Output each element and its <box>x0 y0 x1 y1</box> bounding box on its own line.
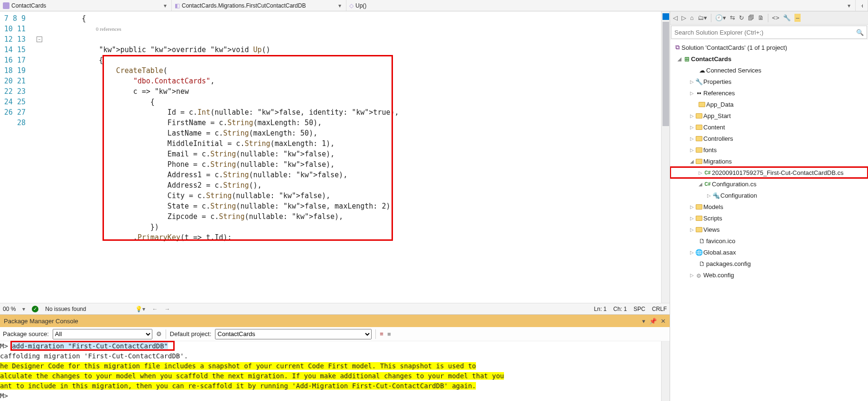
se-search-input[interactable] <box>674 29 856 36</box>
col-indicator: Ch: 1 <box>613 306 627 312</box>
type-label: ContactCards.Migrations.FirstCutContactC… <box>182 2 306 9</box>
status-ok-icon: ✓ <box>32 306 38 312</box>
package-manager-console: Package Manager Console ▾ 📌 ✕ Package so… <box>0 314 670 401</box>
chevron-down-icon: ▾ <box>162 2 168 9</box>
home-icon[interactable]: ⌂ <box>690 14 694 21</box>
tree-item-migration-file[interactable]: ▷C#202009101759275_First-Cut-ContactCard… <box>670 167 868 178</box>
history-icon[interactable]: 🕘▾ <box>715 14 726 21</box>
code-icon[interactable]: <> <box>772 14 779 21</box>
tree-item-fonts[interactable]: ▷fonts <box>670 144 868 155</box>
tree-item-controllers[interactable]: ▷Controllers <box>670 133 868 144</box>
tree-item-views[interactable]: ▷Views <box>670 224 868 235</box>
config-icon <box>696 272 702 278</box>
folder-icon <box>696 227 702 232</box>
pmc-scrollbar[interactable] <box>661 341 670 401</box>
type-dropdown[interactable]: ◧ ContactCards.Migrations.FirstCutContac… <box>172 0 346 11</box>
fold-gutter[interactable]: − <box>34 11 45 303</box>
spaces-indicator[interactable]: SPC <box>634 306 645 312</box>
wrench-icon: 🔧 <box>695 78 703 85</box>
class-icon: 🔩 <box>712 192 720 199</box>
gear-icon[interactable]: ⚙ <box>156 330 162 337</box>
pmc-command: add-migration "First-Cut-ContactCardDB" <box>12 342 168 350</box>
asax-icon: 🌐 <box>695 249 703 256</box>
tree-item-favicon[interactable]: 🗋favicon.ico <box>670 235 868 246</box>
forward-icon[interactable]: ▷ <box>681 14 686 21</box>
navigation-bar: ContactCards ▾ ◧ ContactCards.Migrations… <box>0 0 868 11</box>
references-icon: ▪▪ <box>695 90 703 97</box>
pmc-titlebar[interactable]: Package Manager Console ▾ 📌 ✕ <box>0 315 670 327</box>
project-node[interactable]: ◢⊞ContactCards <box>670 53 868 64</box>
def-proj-label: Default project: <box>170 330 211 337</box>
scope-label: ContactCards <box>11 2 46 9</box>
chevron-down-icon: ▾ <box>336 2 343 9</box>
search-icon[interactable]: 🔍 <box>856 29 864 36</box>
solution-icon: ⧉ <box>673 44 681 51</box>
se-toolbar: ◁ ▷ ⌂ 🗂▾ 🕘▾ ⇆ ↻ 🗐 🗎 <> 🔧 – <box>670 11 868 25</box>
member-label: Up() <box>355 2 366 9</box>
tree-item-webconfig[interactable]: ▷Web.config <box>670 269 868 281</box>
pkg-src-select[interactable]: All <box>53 329 152 339</box>
pmc-title-text: Package Manager Console <box>4 318 78 325</box>
solution-node[interactable]: ⧉Solution 'ContactCards' (1 of 1 project… <box>670 42 868 53</box>
expand-icon[interactable]: ◢ <box>677 56 682 62</box>
close-icon[interactable]: ✕ <box>661 318 666 325</box>
split-button[interactable]: ⫞ <box>856 0 868 11</box>
pin-icon[interactable]: 📌 <box>649 318 657 325</box>
cloud-icon: ☁ <box>698 67 706 74</box>
showall-icon[interactable]: 🗐 <box>748 14 754 21</box>
nav-prev-icon[interactable]: ← <box>152 306 158 312</box>
tree-item-appstart[interactable]: ▷App_Start <box>670 110 868 121</box>
issues-text: No issues found <box>45 306 86 312</box>
fold-toggle[interactable]: − <box>37 36 42 42</box>
tree-item-configuration-cs[interactable]: ◢C#Configuration.cs <box>670 178 868 190</box>
refresh-icon[interactable]: ↻ <box>739 14 744 21</box>
def-proj-select[interactable]: ContactCards <box>215 329 372 339</box>
folder-icon <box>696 216 702 221</box>
pmc-output[interactable]: M> add-migration "First-Cut-ContactCardD… <box>0 341 670 401</box>
code-content[interactable]: { 0 references "kw">public "kw">override… <box>45 11 661 303</box>
folder-icon <box>696 113 702 118</box>
vertical-scrollbar[interactable] <box>661 11 670 303</box>
solution-tree[interactable]: ⧉Solution 'ContactCards' (1 of 1 project… <box>670 40 868 401</box>
editor-statusbar: 00 % ▾ ✓ No issues found 💡▾ ← → Ln: 1 Ch… <box>0 303 670 314</box>
folder-icon <box>699 102 705 107</box>
props-icon[interactable]: – <box>794 14 801 22</box>
lightbulb-icon[interactable]: 💡▾ <box>135 306 145 312</box>
tree-item-references[interactable]: ▷▪▪References <box>670 87 868 99</box>
tree-item-global-asax[interactable]: ▷🌐Global.asax <box>670 246 868 258</box>
file-icon: 🗋 <box>698 237 706 245</box>
wrench-icon[interactable]: 🔧 <box>783 14 791 21</box>
tree-item-properties[interactable]: ▷🔧Properties <box>670 76 868 87</box>
folder-icon <box>696 136 702 141</box>
tree-item-models[interactable]: ▷Models <box>670 201 868 212</box>
folder-icon <box>696 159 702 164</box>
csharp-file-icon: C# <box>703 170 712 175</box>
scope-dropdown[interactable]: ContactCards ▾ <box>0 0 172 11</box>
member-dropdown[interactable]: ◇ Up() ▾ <box>346 0 856 11</box>
se-search[interactable]: 🔍 <box>671 26 867 39</box>
code-editor[interactable]: 7 8 9 10 11 12 13 14 15 16 17 18 19 20 2… <box>0 11 670 303</box>
csharp-icon <box>3 2 9 9</box>
nav-next-icon[interactable]: → <box>164 306 170 312</box>
tree-item-scripts[interactable]: ▷Scripts <box>670 212 868 224</box>
copy-icon[interactable]: 🗎 <box>758 14 764 21</box>
stop-icon[interactable]: ■ <box>387 330 391 337</box>
zoom-level[interactable]: 00 % <box>3 306 16 312</box>
folder-icon <box>696 147 702 153</box>
tree-item-configuration-class[interactable]: ▷🔩Configuration <box>670 190 868 201</box>
collapse-icon[interactable]: ⇆ <box>730 14 735 21</box>
back-icon[interactable]: ◁ <box>673 14 678 21</box>
sync-icon[interactable]: 🗂▾ <box>698 14 707 21</box>
folder-icon <box>696 125 702 130</box>
line-number-gutter: 7 8 9 10 11 12 13 14 15 16 17 18 19 20 2… <box>0 11 34 303</box>
lineending-indicator[interactable]: CRLF <box>652 306 667 312</box>
config-icon: 🗋 <box>698 260 706 267</box>
window-menu-icon[interactable]: ▾ <box>642 318 645 325</box>
pkg-src-label: Package source: <box>3 330 49 337</box>
tree-item-packages-config[interactable]: 🗋packages.config <box>670 258 868 269</box>
tree-item-content[interactable]: ▷Content <box>670 121 868 133</box>
tree-item-appdata[interactable]: App_Data <box>670 99 868 110</box>
tree-item-connected[interactable]: ☁Connected Services <box>670 64 868 76</box>
indent-icon[interactable]: ≡ <box>380 330 383 337</box>
tree-item-migrations[interactable]: ◢Migrations <box>670 155 868 167</box>
